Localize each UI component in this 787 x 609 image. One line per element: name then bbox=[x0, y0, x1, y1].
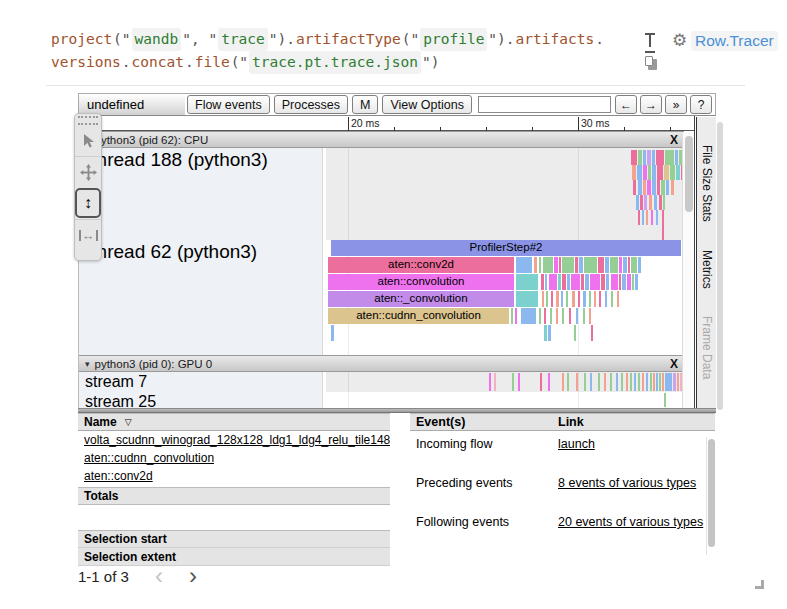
trace-slice[interactable] bbox=[572, 291, 575, 307]
event-row-link[interactable]: 8 events of various types bbox=[558, 476, 696, 490]
trace-slice[interactable] bbox=[651, 210, 653, 225]
track-label-stream7[interactable]: stream 7 bbox=[79, 372, 326, 392]
trace-slice[interactable] bbox=[576, 373, 578, 391]
trace-slice[interactable] bbox=[575, 257, 578, 273]
trace-slice[interactable] bbox=[652, 150, 655, 165]
trace-slice[interactable] bbox=[643, 165, 647, 180]
trace-slice[interactable] bbox=[662, 373, 664, 391]
trace-slice[interactable] bbox=[590, 373, 592, 391]
trace-slice[interactable] bbox=[599, 291, 601, 307]
trace-slice[interactable] bbox=[638, 150, 642, 165]
trace-slice[interactable] bbox=[654, 195, 657, 210]
trace-slice[interactable] bbox=[516, 291, 538, 307]
timing-tool-button[interactable]: ↔ bbox=[75, 219, 101, 250]
trace-slice[interactable] bbox=[583, 308, 585, 324]
trace-slice[interactable] bbox=[622, 274, 626, 290]
trace-slice[interactable] bbox=[494, 373, 496, 391]
trace-slice[interactable] bbox=[566, 291, 568, 307]
slice-aten::convolution[interactable]: aten::convolution bbox=[328, 274, 514, 290]
trace-slice[interactable] bbox=[623, 257, 627, 273]
trace-slice[interactable] bbox=[635, 274, 638, 290]
trace-slice[interactable] bbox=[677, 373, 679, 391]
process-header-gpu[interactable]: ▾ python3 (pid 0): GPU 0 X bbox=[79, 355, 684, 372]
trace-slice[interactable] bbox=[545, 274, 547, 290]
trace-slice[interactable] bbox=[598, 373, 600, 391]
trace-slice[interactable] bbox=[521, 308, 536, 324]
find-next-button[interactable]: → bbox=[640, 95, 662, 114]
trace-slice[interactable] bbox=[649, 195, 652, 210]
trace-slice[interactable] bbox=[578, 291, 580, 307]
toolbar-button-flow-events[interactable]: Flow events bbox=[187, 95, 270, 114]
trace-slice[interactable] bbox=[627, 274, 631, 290]
trace-slice[interactable] bbox=[546, 291, 548, 307]
gear-icon[interactable]: ⚙ bbox=[672, 30, 687, 51]
trace-slice[interactable] bbox=[638, 180, 642, 195]
trace-slice[interactable] bbox=[539, 308, 541, 324]
track-label-stream25[interactable]: stream 25 bbox=[79, 392, 326, 408]
trace-slice[interactable] bbox=[541, 274, 544, 290]
palette-drag-handle[interactable] bbox=[78, 116, 98, 125]
trace-slice[interactable] bbox=[601, 274, 605, 290]
trace-slice[interactable] bbox=[489, 373, 491, 391]
track-body-stream7[interactable] bbox=[326, 372, 684, 392]
event-row-link[interactable]: 20 events of various types bbox=[558, 515, 703, 529]
toolbar-button-view-options[interactable]: View Options bbox=[382, 95, 471, 114]
trace-slice[interactable] bbox=[594, 291, 596, 307]
slice-aten::cudnn_convolution[interactable]: aten::cudnn_convolution bbox=[328, 308, 509, 324]
trace-slice[interactable] bbox=[637, 165, 642, 180]
trace-slice[interactable] bbox=[638, 373, 640, 391]
trace-slice[interactable] bbox=[647, 150, 651, 165]
process-header-cpu[interactable]: ▾ python3 (pid 62): CPU X bbox=[79, 131, 684, 148]
trace-slice[interactable] bbox=[567, 274, 570, 290]
trace-slice[interactable] bbox=[644, 195, 647, 210]
trace-slice[interactable] bbox=[626, 373, 628, 391]
trace-slice[interactable] bbox=[543, 257, 553, 273]
trace-slice[interactable] bbox=[581, 274, 584, 290]
zoom-tool-button[interactable]: ↕ bbox=[75, 188, 101, 218]
side-tab-file-size-stats[interactable]: File Size Stats bbox=[700, 131, 714, 222]
event-name-link[interactable]: aten::cudnn_convolution bbox=[84, 451, 214, 465]
trace-slice[interactable] bbox=[548, 373, 550, 391]
trace-slice[interactable] bbox=[561, 291, 563, 307]
trace-slice[interactable] bbox=[562, 308, 564, 324]
track-label-thread62[interactable]: Thread 62 (python3) bbox=[79, 240, 326, 355]
trace-slice[interactable] bbox=[516, 274, 538, 290]
trace-slice[interactable] bbox=[642, 210, 644, 225]
trace-slice[interactable] bbox=[666, 180, 669, 195]
pan-tool-button[interactable] bbox=[75, 156, 101, 187]
trace-slice[interactable] bbox=[619, 257, 622, 273]
trace-slice[interactable] bbox=[661, 180, 665, 195]
track-label-thread188[interactable]: Thread 188 (python3) bbox=[79, 148, 326, 240]
trace-slice[interactable] bbox=[673, 373, 676, 391]
trace-slice[interactable] bbox=[611, 291, 613, 307]
trace-slice[interactable] bbox=[589, 308, 591, 324]
trace-slice[interactable] bbox=[584, 373, 586, 391]
trace-slice[interactable] bbox=[676, 165, 680, 180]
slice-aten::conv2d[interactable]: aten::conv2d bbox=[328, 257, 514, 273]
trace-slice[interactable] bbox=[598, 257, 604, 273]
trace-slice[interactable] bbox=[548, 325, 551, 341]
trace-slice[interactable] bbox=[653, 373, 655, 391]
trace-slice[interactable] bbox=[554, 257, 558, 273]
side-tab-metrics[interactable]: Metrics bbox=[700, 236, 714, 289]
event-name-link[interactable]: volta_scudnn_winograd_128x128_ldg1_ldg4_… bbox=[84, 433, 390, 447]
slice-ProfilerStep#2[interactable]: ProfilerStep#2 bbox=[331, 240, 681, 256]
trace-slice[interactable] bbox=[551, 291, 553, 307]
trace-slice[interactable] bbox=[670, 165, 675, 180]
find-input[interactable] bbox=[478, 96, 611, 113]
trace-slice[interactable] bbox=[516, 257, 532, 273]
trace-slice[interactable] bbox=[331, 325, 334, 341]
trace-slice[interactable] bbox=[659, 373, 661, 391]
find-prev-button[interactable]: ← bbox=[615, 95, 637, 114]
trace-slice[interactable] bbox=[562, 373, 564, 391]
trace-slice[interactable] bbox=[539, 257, 541, 273]
trace-slice[interactable] bbox=[659, 195, 662, 210]
trace-slice[interactable] bbox=[619, 274, 621, 290]
trace-slice[interactable] bbox=[652, 165, 656, 180]
trace-slice[interactable] bbox=[643, 180, 646, 195]
trace-slice[interactable] bbox=[636, 195, 639, 210]
trace-slice[interactable] bbox=[549, 274, 557, 290]
trace-slice[interactable] bbox=[605, 257, 609, 273]
trace-slice[interactable] bbox=[571, 274, 580, 290]
trace-slice[interactable] bbox=[665, 373, 672, 391]
